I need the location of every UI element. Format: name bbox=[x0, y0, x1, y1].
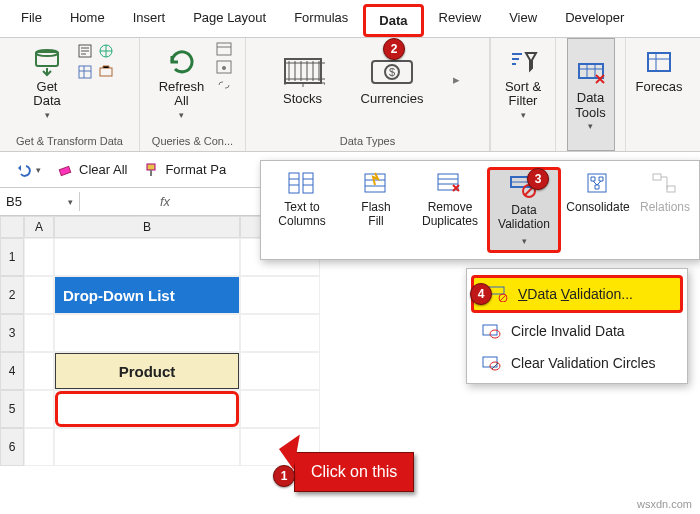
fx-label[interactable]: fx bbox=[150, 194, 180, 209]
edit-links-icon[interactable] bbox=[216, 78, 232, 92]
col-header-a[interactable]: A bbox=[24, 216, 54, 238]
refresh-all-button[interactable]: Refresh All ▾ bbox=[153, 42, 211, 124]
remove-duplicates-button[interactable]: Remove Duplicates bbox=[413, 167, 487, 253]
circle-invalid-icon bbox=[481, 322, 501, 340]
name-box[interactable]: B5 ▾ bbox=[0, 192, 80, 211]
svg-rect-17 bbox=[150, 170, 152, 176]
tab-review[interactable]: Review bbox=[426, 4, 495, 37]
consolidate-button[interactable]: Consolidate bbox=[561, 167, 635, 253]
chevron-down-icon: ▾ bbox=[588, 122, 593, 132]
row-header-6[interactable]: 6 bbox=[0, 428, 24, 466]
tab-data[interactable]: Data bbox=[363, 4, 423, 37]
text-to-columns-button[interactable]: Text to Columns bbox=[265, 167, 339, 253]
text-to-columns-icon bbox=[287, 171, 317, 197]
cell-b6[interactable] bbox=[54, 428, 240, 466]
cell-a3[interactable] bbox=[24, 314, 54, 352]
chevron-down-icon: ▾ bbox=[521, 111, 526, 121]
cell-b3[interactable] bbox=[54, 314, 240, 352]
annotation-badge-2: 2 bbox=[383, 38, 405, 60]
tab-formulas[interactable]: Formulas bbox=[281, 4, 361, 37]
cell-a5[interactable] bbox=[24, 390, 54, 428]
data-types-more-icon[interactable]: ▸ bbox=[453, 72, 460, 87]
cell-b2[interactable]: Drop-Down List bbox=[54, 276, 240, 314]
svg-point-30 bbox=[490, 330, 500, 338]
tab-home[interactable]: Home bbox=[57, 4, 118, 37]
paintbrush-icon bbox=[143, 162, 161, 178]
sort-filter-button[interactable]: Sort & Filter ▾ bbox=[499, 42, 547, 124]
tab-page-layout[interactable]: Page Layout bbox=[180, 4, 279, 37]
svg-rect-0 bbox=[36, 52, 58, 66]
svg-rect-19 bbox=[303, 173, 313, 193]
stocks-icon bbox=[281, 52, 325, 90]
cell-a1[interactable] bbox=[24, 238, 54, 276]
row-header-5[interactable]: 5 bbox=[0, 390, 24, 428]
sort-filter-icon bbox=[506, 46, 540, 78]
from-web-icon[interactable] bbox=[97, 42, 115, 60]
properties-icon[interactable] bbox=[216, 60, 232, 74]
row-header-3[interactable]: 3 bbox=[0, 314, 24, 352]
data-validation-button[interactable]: Data Validation ▾ bbox=[487, 167, 561, 253]
format-painter-label: Format Pa bbox=[165, 162, 226, 177]
chevron-down-icon: ▾ bbox=[68, 197, 73, 207]
tab-file[interactable]: File bbox=[8, 4, 55, 37]
flash-fill-button[interactable]: Flash Fill bbox=[339, 167, 413, 253]
select-all-corner[interactable] bbox=[0, 216, 24, 238]
svg-rect-16 bbox=[147, 164, 155, 170]
cell-b1[interactable] bbox=[54, 238, 240, 276]
format-painter-button[interactable]: Format Pa bbox=[139, 160, 230, 180]
row-header-4[interactable]: 4 bbox=[0, 352, 24, 390]
row-header-2[interactable]: 2 bbox=[0, 276, 24, 314]
relationships-label: Relations bbox=[640, 201, 690, 215]
forecast-button[interactable]: Forecas bbox=[630, 42, 689, 98]
menu-data-validation[interactable]: VData Validation...Data Validation... bbox=[471, 275, 683, 313]
menu-clear-circles-label: Clear Validation Circles bbox=[511, 355, 655, 371]
get-data-button[interactable]: Get Data ▾ bbox=[24, 42, 70, 124]
refresh-all-label: Refresh All bbox=[159, 80, 205, 109]
chevron-down-icon: ▾ bbox=[522, 236, 527, 246]
data-tools-gallery: Text to Columns Flash Fill Remove Duplic… bbox=[260, 160, 700, 260]
consolidate-label: Consolidate bbox=[566, 201, 629, 215]
cell-c4[interactable] bbox=[240, 352, 320, 390]
data-tools-button[interactable]: Data Tools ▾ bbox=[567, 38, 615, 151]
cell-c2[interactable] bbox=[240, 276, 320, 314]
from-table-icon[interactable] bbox=[76, 63, 94, 81]
annotation-badge-3: 3 bbox=[527, 168, 549, 190]
stocks-button[interactable]: Stocks bbox=[275, 48, 331, 110]
menu-circle-invalid-label: Circle Invalid Data bbox=[511, 323, 625, 339]
consolidate-icon bbox=[583, 171, 613, 197]
cell-a6[interactable] bbox=[24, 428, 54, 466]
remove-duplicates-label: Remove Duplicates bbox=[422, 201, 478, 229]
cell-b4[interactable]: Product bbox=[54, 352, 240, 390]
svg-rect-5 bbox=[100, 68, 112, 76]
svg-rect-4 bbox=[79, 66, 91, 78]
annotation-badge-4: 4 bbox=[470, 283, 492, 305]
undo-button[interactable]: ▾ bbox=[10, 160, 45, 180]
stocks-label: Stocks bbox=[283, 92, 322, 106]
cell-a2[interactable] bbox=[24, 276, 54, 314]
cell-c3[interactable] bbox=[240, 314, 320, 352]
svg-rect-6 bbox=[217, 43, 231, 55]
clear-all-label: Clear All bbox=[79, 162, 127, 177]
cell-b5[interactable] bbox=[54, 390, 240, 428]
forecast-icon bbox=[642, 46, 676, 78]
from-text-icon[interactable] bbox=[76, 42, 94, 60]
recent-sources-icon[interactable] bbox=[97, 63, 115, 81]
tab-view[interactable]: View bbox=[496, 4, 550, 37]
flash-fill-label: Flash Fill bbox=[361, 201, 390, 229]
get-transform-mini-buttons bbox=[76, 42, 115, 81]
product-input-cell[interactable] bbox=[55, 391, 239, 427]
svg-rect-15 bbox=[59, 166, 70, 175]
tab-developer[interactable]: Developer bbox=[552, 4, 637, 37]
menu-clear-circles[interactable]: Clear Validation Circles bbox=[467, 347, 687, 379]
col-header-b[interactable]: B bbox=[54, 216, 240, 238]
eraser-icon bbox=[57, 162, 75, 178]
row-header-1[interactable]: 1 bbox=[0, 238, 24, 276]
group-get-transform-label: Get & Transform Data bbox=[16, 135, 123, 149]
queries-icon[interactable] bbox=[216, 42, 232, 56]
cell-a4[interactable] bbox=[24, 352, 54, 390]
menu-circle-invalid[interactable]: Circle Invalid Data bbox=[467, 315, 687, 347]
tab-insert[interactable]: Insert bbox=[120, 4, 179, 37]
relationships-button: Relations bbox=[635, 167, 695, 253]
clear-all-button[interactable]: Clear All bbox=[53, 160, 131, 180]
cell-c5[interactable] bbox=[240, 390, 320, 428]
